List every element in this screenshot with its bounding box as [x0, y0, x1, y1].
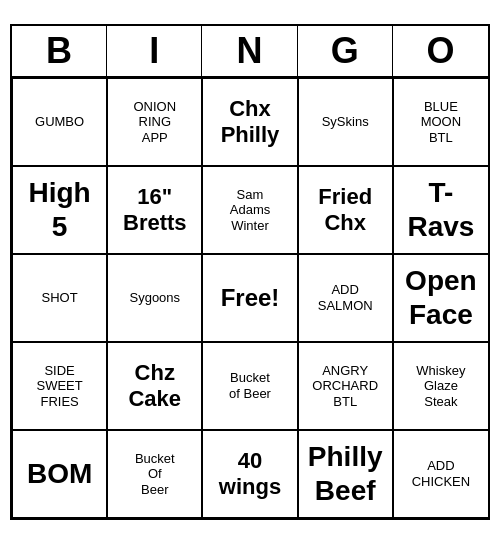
bingo-cell: Open Face [393, 254, 488, 342]
bingo-cell: ADD SALMON [298, 254, 393, 342]
bingo-cell: Philly Beef [298, 430, 393, 518]
bingo-cell: BLUE MOON BTL [393, 78, 488, 166]
bingo-cell: High 5 [12, 166, 107, 254]
bingo-cell: BOM [12, 430, 107, 518]
bingo-card: BINGO GUMBOONION RING APPChx PhillySySki… [10, 24, 490, 520]
header-letter: G [298, 26, 393, 76]
bingo-grid: GUMBOONION RING APPChx PhillySySkinsBLUE… [12, 78, 488, 518]
header-letter: O [393, 26, 488, 76]
bingo-cell: T- Ravs [393, 166, 488, 254]
bingo-cell: GUMBO [12, 78, 107, 166]
bingo-cell: Fried Chx [298, 166, 393, 254]
bingo-cell: SHOT [12, 254, 107, 342]
bingo-cell: SIDE SWEET FRIES [12, 342, 107, 430]
header-letter: I [107, 26, 202, 76]
bingo-cell: 40 wings [202, 430, 297, 518]
header-letter: N [202, 26, 297, 76]
bingo-cell: Free! [202, 254, 297, 342]
bingo-cell: SySkins [298, 78, 393, 166]
bingo-cell: ADD CHICKEN [393, 430, 488, 518]
bingo-cell: Whiskey Glaze Steak [393, 342, 488, 430]
bingo-header: BINGO [12, 26, 488, 78]
bingo-cell: Bucket Of Beer [107, 430, 202, 518]
bingo-cell: ANGRY ORCHARD BTL [298, 342, 393, 430]
bingo-cell: Bucket of Beer [202, 342, 297, 430]
bingo-cell: Sygoons [107, 254, 202, 342]
bingo-cell: ONION RING APP [107, 78, 202, 166]
bingo-cell: Chz Cake [107, 342, 202, 430]
bingo-cell: 16" Bretts [107, 166, 202, 254]
bingo-cell: Sam Adams Winter [202, 166, 297, 254]
header-letter: B [12, 26, 107, 76]
bingo-cell: Chx Philly [202, 78, 297, 166]
